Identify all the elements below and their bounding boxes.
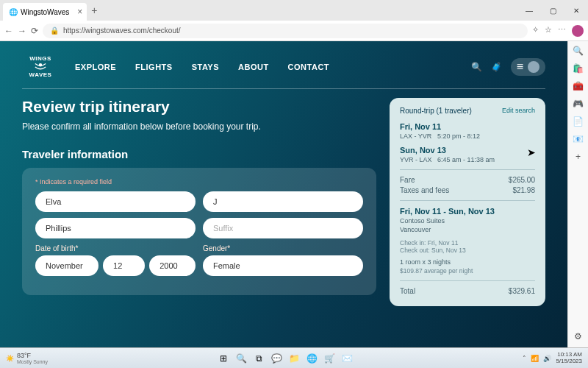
- tray-chevron-icon[interactable]: ˄: [523, 355, 526, 362]
- user-avatar-icon: [528, 61, 539, 73]
- hamburger-icon: ≡: [517, 60, 523, 74]
- wifi-icon[interactable]: 📶: [531, 355, 539, 362]
- explorer-icon[interactable]: 📁: [287, 352, 301, 365]
- clock[interactable]: 10:13 AM 5/15/2023: [556, 352, 582, 365]
- system-tray[interactable]: ˄ 📶 🔊 10:13 AM 5/15/2023: [517, 352, 588, 365]
- return-date: Sun, Nov 13: [400, 146, 535, 155]
- refresh-button[interactable]: ⟳: [31, 26, 38, 36]
- minimize-button[interactable]: —: [517, 7, 541, 15]
- luggage-icon[interactable]: 🧳: [491, 62, 502, 72]
- sidebar-office-icon[interactable]: 📄: [573, 116, 584, 127]
- favorites-icon[interactable]: ☆: [545, 25, 552, 37]
- mail-icon[interactable]: ✉️: [340, 352, 354, 365]
- nav-about[interactable]: ABOUT: [238, 63, 269, 71]
- dob-year-select[interactable]: [149, 255, 196, 276]
- new-tab-button[interactable]: +: [91, 4, 97, 16]
- divider: [22, 88, 545, 89]
- last-name-input[interactable]: [35, 218, 196, 238]
- weather-widget[interactable]: ☀️ 83°F Mostly Sunny: [0, 352, 54, 364]
- gender-label: Gender*: [203, 244, 363, 252]
- nav-explore[interactable]: EXPLORE: [75, 63, 116, 71]
- page-title: Review trip itinerary: [22, 98, 376, 116]
- widgets-icon[interactable]: 💬: [270, 352, 283, 365]
- site-header: WINGS WAVES EXPLORE FLIGHTS STAYS ABOUT …: [0, 41, 567, 88]
- required-note: * Indicates a required field: [35, 178, 363, 185]
- task-view-icon[interactable]: ⧉: [252, 352, 265, 365]
- nav-flights[interactable]: FLIGHTS: [135, 63, 173, 71]
- maximize-button[interactable]: ▢: [541, 7, 564, 15]
- first-name-input[interactable]: [35, 191, 196, 212]
- taskbar-center: ⊞ 🔍 ⧉ 💬 📁 🌐 🛒 ✉️: [217, 352, 354, 365]
- start-button[interactable]: ⊞: [217, 352, 230, 365]
- logo-icon: [34, 62, 47, 72]
- edge-icon[interactable]: 🌐: [305, 352, 318, 365]
- lock-icon: 🔒: [50, 26, 59, 35]
- page-subtitle: Please confirm all information below bef…: [22, 121, 376, 132]
- sidebar-tools-icon[interactable]: 🧰: [573, 81, 584, 91]
- section-heading: Traveler information: [22, 148, 376, 160]
- browser-titlebar: 🌐 WingstoWaves × + — ▢ ✕: [0, 0, 588, 21]
- dob-day-select[interactable]: [103, 255, 145, 276]
- address-bar: ← → ⟳ 🔒 https://wingstowaves.com/checkou…: [0, 21, 588, 41]
- profile-avatar[interactable]: [572, 25, 584, 37]
- nav-stays[interactable]: STAYS: [192, 63, 219, 71]
- close-icon[interactable]: ×: [77, 7, 82, 17]
- store-icon[interactable]: 🛒: [323, 352, 336, 365]
- search-icon[interactable]: 🔍: [471, 62, 482, 72]
- dob-month-select[interactable]: [35, 255, 98, 276]
- forward-button[interactable]: →: [18, 26, 26, 36]
- window-controls: — ▢ ✕: [517, 7, 588, 15]
- suffix-input[interactable]: [203, 218, 363, 238]
- extensions-icon[interactable]: ✧: [532, 25, 539, 37]
- account-pill[interactable]: ≡: [511, 58, 545, 76]
- volume-icon[interactable]: 🔊: [543, 355, 551, 362]
- nav-links: EXPLORE FLIGHTS STAYS ABOUT CONTACT: [75, 63, 329, 71]
- dob-label: Date of birth*: [35, 244, 196, 252]
- close-window-button[interactable]: ✕: [564, 7, 588, 15]
- outbound-date: Fri, Nov 11: [400, 122, 535, 131]
- back-button[interactable]: ←: [4, 26, 13, 36]
- stay-dates: Fri, Nov 11 - Sun, Nov 13: [400, 207, 535, 216]
- nav-contact[interactable]: CONTACT: [288, 63, 329, 71]
- windows-taskbar: ☀️ 83°F Mostly Sunny ⊞ 🔍 ⧉ 💬 📁 🌐 🛒 ✉️ ˄ …: [0, 347, 588, 368]
- svg-point-0: [39, 63, 43, 67]
- url-input[interactable]: 🔒 https://wingstowaves.com/checkout/: [43, 24, 528, 38]
- sidebar-games-icon[interactable]: 🎮: [573, 99, 584, 109]
- browser-tab[interactable]: 🌐 WingstoWaves ×: [3, 3, 87, 21]
- taskbar-search-icon[interactable]: 🔍: [234, 352, 248, 365]
- sidebar-settings-icon[interactable]: ⚙: [574, 331, 582, 342]
- gender-select[interactable]: [203, 255, 363, 276]
- sun-icon: ☀️: [6, 355, 14, 362]
- traveler-form: * Indicates a required field Date of bir…: [22, 168, 376, 295]
- sidebar-outlook-icon[interactable]: 📧: [573, 134, 584, 144]
- sidebar-add-icon[interactable]: +: [576, 152, 581, 162]
- tab-title: WingstoWaves: [21, 8, 69, 16]
- sidebar-shopping-icon[interactable]: 🛍️: [573, 63, 584, 74]
- middle-name-input[interactable]: [203, 191, 363, 212]
- logo[interactable]: WINGS WAVES: [22, 52, 59, 82]
- page-content: WINGS WAVES EXPLORE FLIGHTS STAYS ABOUT …: [0, 41, 567, 347]
- edge-sidebar: 🔍 🛍️ 🧰 🎮 📄 📧 + ⚙: [567, 41, 588, 347]
- summary-header: Round-trip (1 traveler): [400, 107, 472, 115]
- url-text: https://wingstowaves.com/checkout/: [63, 26, 181, 35]
- tab-favicon: 🌐: [9, 8, 18, 16]
- menu-icon[interactable]: ⋯: [558, 25, 566, 37]
- edit-search-link[interactable]: Edit search: [502, 107, 535, 115]
- sidebar-search-icon[interactable]: 🔍: [573, 46, 584, 56]
- trip-summary-card: Round-trip (1 traveler) Edit search Fri,…: [390, 98, 545, 306]
